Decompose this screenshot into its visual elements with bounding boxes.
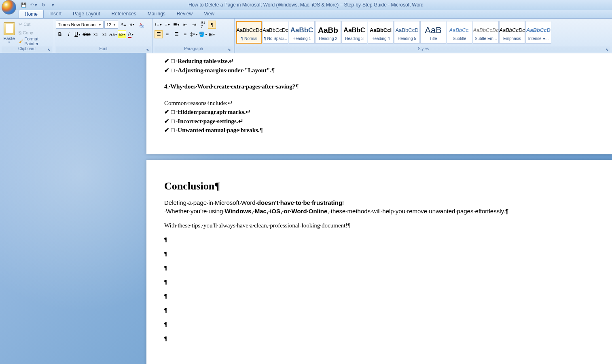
document-line[interactable] — [164, 92, 594, 98]
tab-insert[interactable]: Insert — [44, 10, 67, 18]
document-page[interactable]: Conclusion¶Deleting·a·page·in·Microsoft·… — [146, 160, 612, 364]
quick-access-toolbar: 💾 ↶ ▾ ↻ ▾ — [19, 0, 57, 10]
subscript-button[interactable]: x2 — [91, 30, 100, 38]
style-heading-2[interactable]: AaBbHeading 2 — [315, 21, 341, 44]
bullets-button[interactable]: ⁝≡▼ — [155, 21, 163, 29]
document-line[interactable]: ✔ □ ·Hidden·paragraph·marks.↵ — [164, 108, 594, 116]
document-line[interactable] — [164, 76, 594, 82]
format-painter-icon: 🖌 — [19, 39, 23, 44]
align-left-button[interactable]: ☰ — [155, 30, 163, 38]
tab-mailings[interactable]: Mailings — [142, 10, 171, 18]
clipboard-launcher-icon[interactable]: ⬊ — [47, 48, 51, 53]
shrink-font-button[interactable]: A▾ — [128, 21, 136, 29]
document-line[interactable]: ✔ □ ·Unwanted·manual·page·breaks.¶ — [164, 126, 594, 135]
paste-button[interactable]: Paste ▼ — [2, 19, 17, 46]
document-paragraph[interactable]: With·these·tips,·you'll·always·have·a·cl… — [164, 222, 594, 230]
style-heading-4[interactable]: AaBbCclHeading 4 — [368, 21, 394, 44]
align-center-button[interactable]: ≡ — [163, 30, 172, 38]
empty-paragraph-mark[interactable]: ¶ — [164, 293, 594, 300]
justify-button[interactable]: ≡ — [181, 30, 189, 38]
undo-icon[interactable]: ↶ ▾ — [29, 1, 38, 9]
bold-button[interactable]: B — [56, 30, 64, 38]
cut-icon: ✂ — [19, 22, 22, 27]
borders-button[interactable]: ⊞▼ — [208, 30, 216, 38]
paste-icon — [4, 22, 15, 35]
grow-font-button[interactable]: A▴ — [119, 21, 127, 29]
qat-customize-icon[interactable]: ▾ — [49, 1, 57, 9]
empty-paragraph-mark[interactable]: ¶ — [164, 321, 594, 328]
styles-label: Styles⬊ — [236, 46, 610, 53]
font-launcher-icon[interactable]: ⬊ — [145, 48, 150, 53]
font-group: Times New Roman▼ 12▼ A▴ A▾ A⌫ B I U ▼ ab… — [54, 19, 153, 53]
font-color-button[interactable]: A▼ — [127, 30, 135, 38]
window-title: How to Delete a Page in Microsoft Word (… — [188, 2, 424, 8]
empty-paragraph-mark[interactable]: ¶ — [164, 265, 594, 271]
styles-group: AaBbCcDc¶ NormalAaBbCcDc¶ No Spaci...AaB… — [235, 19, 612, 53]
clipboard-label: Clipboard⬊ — [2, 46, 52, 53]
style--no-spaci-[interactable]: AaBbCcDc¶ No Spaci... — [263, 21, 288, 44]
font-label: Font⬊ — [56, 46, 151, 53]
style-heading-3[interactable]: AaBbCHeading 3 — [341, 21, 367, 44]
style-subtle-em-[interactable]: AaBbCcDcSubtle Em... — [473, 21, 499, 44]
save-icon[interactable]: 💾 — [19, 1, 28, 9]
shading-button[interactable]: 🪣▼ — [199, 30, 207, 38]
highlight-button[interactable]: ab▼ — [118, 30, 126, 38]
ribbon-tabs: HomeInsertPage LayoutReferencesMailingsR… — [0, 10, 612, 19]
sort-button[interactable]: A↓Z — [199, 21, 207, 29]
paragraph-label: Paragraph⬊ — [155, 46, 233, 53]
change-case-button[interactable]: Aa▼ — [109, 30, 117, 38]
decrease-indent-button[interactable]: ⇤ — [181, 21, 189, 29]
superscript-button[interactable]: x2 — [100, 30, 108, 38]
clear-formatting-button[interactable]: A⌫ — [137, 21, 145, 29]
style-title[interactable]: AaBTitle — [420, 21, 446, 44]
styles-launcher-icon[interactable]: ⬊ — [605, 48, 610, 53]
conclusion-heading[interactable]: Conclusion¶ — [164, 180, 594, 192]
empty-paragraph-mark[interactable]: ¶ — [164, 335, 594, 342]
document-paragraph[interactable]: Deleting·a·page·in·Microsoft·Word·doesn'… — [164, 199, 594, 215]
style-emphasis[interactable]: AaBbCcDcEmphasis — [499, 21, 525, 44]
tab-page-layout[interactable]: Page Layout — [67, 10, 106, 18]
ribbon: Paste ▼ ✂Cut ⎘Copy 🖌Format Painter Clipb… — [0, 19, 612, 53]
style--normal[interactable]: AaBbCcDc¶ Normal — [236, 21, 262, 44]
style-subtitle[interactable]: AaBbCc.Subtitle — [447, 21, 472, 44]
tab-view[interactable]: View — [198, 10, 220, 18]
document-area[interactable]: ✔ □ ·Reducing·table·size.↵✔ □ ·Adjusting… — [0, 53, 612, 364]
document-line[interactable]: ✔ □ ·Adjusting·margins·under·"Layout".¶ — [164, 67, 594, 75]
increase-indent-button[interactable]: ⇥ — [190, 21, 198, 29]
styles-gallery[interactable]: AaBbCcDc¶ NormalAaBbCcDc¶ No Spaci...AaB… — [236, 21, 552, 44]
document-line[interactable]: ✔ □ ·Reducing·table·size.↵ — [164, 57, 594, 65]
numbering-button[interactable]: ≡▼ — [163, 21, 172, 29]
document-line[interactable]: Common·reasons·include:↵ — [164, 99, 594, 107]
align-right-button[interactable]: ☰ — [172, 30, 180, 38]
show-hide-button[interactable]: ¶ — [208, 21, 216, 29]
document-line[interactable]: ✔ □ ·Incorrect·page·settings.↵ — [164, 118, 594, 126]
style-heading-5[interactable]: AaBbCcDHeading 5 — [394, 21, 420, 44]
line-spacing-button[interactable]: ‡≡▼ — [190, 30, 198, 38]
title-bar: 💾 ↶ ▾ ↻ ▾ How to Delete a Page in Micros… — [0, 0, 612, 10]
empty-paragraph-mark[interactable]: ¶ — [164, 236, 594, 243]
copy-button[interactable]: ⎘Copy — [17, 29, 52, 37]
strikethrough-button[interactable]: abc — [83, 30, 91, 38]
paragraph-group: ⁝≡▼ ≡▼ ≣▼ ⇤ ⇥ A↓Z ¶ ☰ ≡ ☰ ≡ ‡≡▼ 🪣▼ ⊞▼ Pa… — [153, 19, 235, 53]
cut-button[interactable]: ✂Cut — [17, 20, 52, 28]
redo-icon[interactable]: ↻ — [39, 1, 48, 9]
tab-references[interactable]: References — [106, 10, 142, 18]
multilevel-list-button[interactable]: ≣▼ — [172, 21, 180, 29]
font-name-combo[interactable]: Times New Roman▼ — [56, 21, 104, 29]
empty-paragraph-mark[interactable]: ¶ — [164, 279, 594, 286]
document-page[interactable]: ✔ □ ·Reducing·table·size.↵✔ □ ·Adjusting… — [146, 53, 612, 154]
font-size-combo[interactable]: 12▼ — [104, 21, 118, 29]
empty-paragraph-mark[interactable]: ¶ — [164, 307, 594, 314]
document-line[interactable]: 4.·Why·does·Word·create·extra·pages·afte… — [164, 83, 594, 91]
format-painter-button[interactable]: 🖌Format Painter — [17, 37, 52, 45]
paragraph-launcher-icon[interactable]: ⬊ — [227, 48, 232, 53]
copy-icon: ⎘ — [19, 30, 21, 35]
tab-review[interactable]: Review — [171, 10, 198, 18]
office-button[interactable] — [2, 0, 17, 15]
style-heading-1[interactable]: AaBbCHeading 1 — [289, 21, 315, 44]
italic-button[interactable]: I — [65, 30, 73, 38]
tab-home[interactable]: Home — [19, 10, 44, 18]
empty-paragraph-mark[interactable]: ¶ — [164, 250, 594, 257]
style-intense-e-[interactable]: AaBbCcDIntense E... — [525, 21, 551, 44]
underline-button[interactable]: U ▼ — [74, 30, 82, 38]
